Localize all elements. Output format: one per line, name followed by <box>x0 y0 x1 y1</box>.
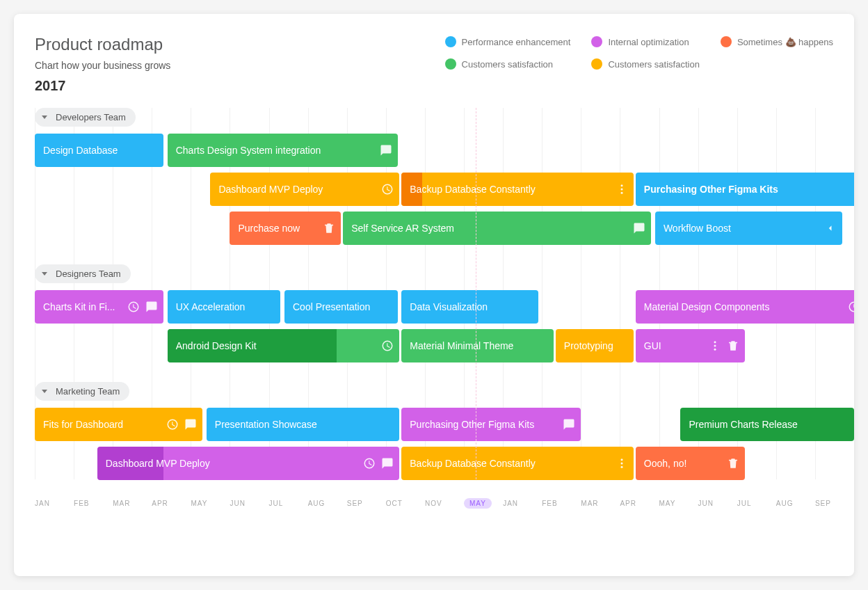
group-pill[interactable]: Developers Team <box>35 108 136 127</box>
bar-label: Purchase now <box>238 223 332 234</box>
bar-label: Prototyping <box>564 340 625 351</box>
month-axis: JANFEBMARAPRMAYJUNJULAUGSEPOCTNOVMAYJANF… <box>14 500 854 507</box>
chevron-down-icon <box>42 272 47 276</box>
legend-dot <box>591 36 602 47</box>
bar-label: UX Acceleration <box>176 301 273 312</box>
bar-label: Purchasing Other Figma Kits <box>644 184 854 195</box>
bar-label: Fits for Dashboard <box>43 419 194 430</box>
legend-label: Internal optimization <box>608 37 689 47</box>
bar-label: Backup Database Constantly <box>410 184 625 195</box>
month-tick: MAY <box>191 500 230 507</box>
legend-dot <box>591 58 602 70</box>
group-label: Designers Team <box>56 269 121 279</box>
month-tick: JAN <box>503 500 542 507</box>
legend-dot <box>445 36 456 47</box>
bar-label: Oooh, no! <box>644 458 737 469</box>
month-tick: SEP <box>815 500 854 507</box>
legend-label: Customers satisfaction <box>462 59 554 70</box>
chevron-down-icon <box>42 115 47 119</box>
legend-item: Customers satisfaction <box>591 57 700 71</box>
gantt-bar[interactable]: Oooh, no! <box>636 447 745 480</box>
bar-label: Backup Database Constantly <box>410 458 625 469</box>
group-pill[interactable]: Designers Team <box>35 264 131 283</box>
legend-dot <box>445 58 456 70</box>
gantt-bar[interactable]: Dashboard MVP Deploy <box>210 173 399 206</box>
month-tick: MAY <box>659 500 698 507</box>
legend-item: Internal optimization <box>591 35 700 49</box>
gantt-bar[interactable]: Workflow Boost <box>655 212 842 245</box>
bar-label: Material Design Components <box>644 301 854 312</box>
legend-label: Sometimes 💩 happens <box>737 37 833 47</box>
gantt-chart: Developers TeamDesign DatabaseCharts Des… <box>14 108 854 507</box>
legend-item: Performance enhancement <box>445 35 571 49</box>
gantt-bar[interactable]: Prototyping <box>556 329 634 362</box>
month-tick: SEP <box>347 500 386 507</box>
gantt-bar[interactable]: Premium Charts Release <box>680 408 854 441</box>
bar-label: Design Database <box>43 145 155 156</box>
month-tick: JUN <box>698 500 737 507</box>
gantt-bar[interactable]: Android Design Kit <box>168 329 400 362</box>
chevron-down-icon <box>42 390 47 393</box>
gantt-bar[interactable]: Presentation Showcase <box>207 408 400 441</box>
month-tick: NOV <box>425 500 464 507</box>
gantt-bar[interactable]: Material Design Components <box>636 290 854 324</box>
gantt-bar[interactable]: Cool Presentation <box>284 290 398 324</box>
month-tick: JUN <box>230 500 268 507</box>
month-tick: OCT <box>386 500 425 507</box>
gantt-bar[interactable]: Data Visualization <box>401 290 538 324</box>
month-tick: JUL <box>737 500 776 507</box>
month-tick: MAR <box>113 500 152 507</box>
gantt-bar[interactable]: Purchasing Other Figma Kits <box>401 408 581 441</box>
bar-label: Purchasing Other Figma Kits <box>410 419 572 430</box>
legend-label: Customers satisfaction <box>608 59 700 70</box>
gantt-bar[interactable]: UX Acceleration <box>168 290 281 324</box>
month-tick: FEB <box>542 500 581 507</box>
month-tick: APR <box>152 500 191 507</box>
gantt-bar[interactable]: Purchasing Other Figma Kits <box>636 173 854 206</box>
legend-item: Customers satisfaction <box>445 57 571 71</box>
legend-label: Performance enhancement <box>462 37 571 47</box>
group-label: Developers Team <box>56 112 126 122</box>
bar-label: Android Design Kit <box>176 340 392 351</box>
gantt-bar[interactable]: Self Service AR System <box>343 212 651 245</box>
month-tick: AUG <box>776 500 815 507</box>
legend-dot <box>721 36 732 47</box>
month-tick: AUG <box>308 500 347 507</box>
group-pill[interactable]: Marketing Team <box>35 382 129 401</box>
month-tick: APR <box>620 500 659 507</box>
month-tick: JUL <box>269 500 308 507</box>
month-tick: JAN <box>35 500 74 507</box>
gantt-bar[interactable]: Backup Database Constantly <box>401 447 634 480</box>
gantt-bar[interactable]: Fits for Dashboard <box>35 408 202 441</box>
gantt-bar[interactable]: Charts Kit in Fi... <box>35 290 163 324</box>
legend-item: Sometimes 💩 happens <box>721 35 833 49</box>
gantt-bar[interactable]: Dashboard MVP Deploy <box>97 447 400 480</box>
bar-label: Data Visualization <box>410 301 529 312</box>
page-subtitle: Chart how your business grows <box>35 60 170 71</box>
bar-label: GUI <box>644 340 737 351</box>
bar-label: Cool Presentation <box>293 301 389 312</box>
gantt-bar[interactable]: Purchase now <box>230 212 341 245</box>
bar-label: Material Minimal Theme <box>410 340 545 351</box>
legend: Performance enhancementInternal optimiza… <box>445 35 833 71</box>
gantt-bar[interactable]: Design Database <box>35 134 163 167</box>
page-title: Product roadmap <box>35 35 170 54</box>
bar-label: Premium Charts Release <box>689 419 846 430</box>
group-label: Marketing Team <box>56 386 120 397</box>
gantt-bar[interactable]: Material Minimal Theme <box>401 329 554 362</box>
bar-label: Dashboard MVP Deploy <box>106 458 392 469</box>
bar-label: Charts Design System integration <box>176 145 389 156</box>
bar-label: Charts Kit in Fi... <box>43 301 155 312</box>
gantt-bar[interactable]: GUI <box>636 329 745 362</box>
bar-label: Presentation Showcase <box>215 419 392 430</box>
roadmap-card: Product roadmap Chart how your business … <box>14 14 854 576</box>
month-tick: MAR <box>581 500 620 507</box>
gantt-bar[interactable]: Backup Database Constantly <box>401 173 634 206</box>
month-tick: FEB <box>74 500 113 507</box>
bar-label: Workflow Boost <box>664 223 834 234</box>
month-tick: MAY <box>464 500 503 507</box>
bar-label: Self Service AR System <box>351 223 643 234</box>
year-label: 2017 <box>14 78 854 94</box>
gantt-bar[interactable]: Charts Design System integration <box>168 134 398 167</box>
bar-label: Dashboard MVP Deploy <box>218 184 391 195</box>
